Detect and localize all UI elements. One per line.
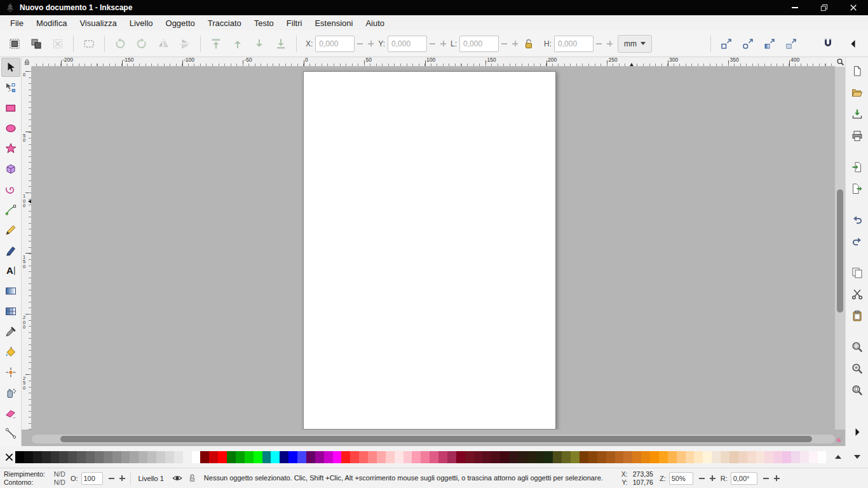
palette-swatch[interactable] [615,451,624,463]
tool-pen[interactable] [1,200,20,219]
palette-swatch[interactable] [288,451,297,463]
horizontal-ruler[interactable]: -200-150-100-50050100150200250300350400 [32,57,835,67]
palette-swatch[interactable] [668,451,677,463]
palette-swatch[interactable] [51,451,60,463]
vertical-ruler[interactable]: 05 01 0 01 5 02 0 02 5 0 [22,67,32,430]
palette-swatch[interactable] [156,451,165,463]
select-all-layers-button[interactable] [27,34,46,53]
rotation-input[interactable] [731,472,757,485]
palette-swatch[interactable] [121,451,130,463]
palette-swatch[interactable] [509,451,518,463]
palette-swatch[interactable] [209,451,218,463]
print-button[interactable] [848,127,866,145]
palette-swatch[interactable] [553,451,562,463]
palette-swatch[interactable] [641,451,650,463]
zoom-drawing-button[interactable] [848,360,866,377]
layer-selector[interactable]: Livello 1 [136,473,166,484]
palette-swatch[interactable] [580,451,588,463]
height-input[interactable] [554,36,593,52]
palette-swatch[interactable] [59,451,68,463]
palette-swatch[interactable] [482,451,491,463]
palette-swatch[interactable] [694,451,703,463]
width-input[interactable] [459,36,499,52]
fill-stroke-indicator[interactable]: Riempimento: N/D Contorno: N/D [4,470,65,487]
tool-spiral[interactable] [1,180,20,199]
palette-swatch[interactable] [24,451,33,463]
tool-connector[interactable] [1,424,20,443]
snap-toggle[interactable] [818,34,837,53]
palette-swatch[interactable] [395,451,403,463]
palette-swatch[interactable] [465,451,474,463]
vertical-scrollbar[interactable] [835,67,845,430]
tool-paint-bucket[interactable] [1,342,20,362]
palette-swatch[interactable] [650,451,659,463]
scale-corners-toggle[interactable] [738,34,757,53]
palette-swatch[interactable] [262,451,271,463]
lower-button[interactable] [250,34,269,53]
palette-swatch[interactable] [703,451,712,463]
menu-item-modifica[interactable]: Modifica [30,17,73,30]
tool-gradient[interactable] [1,281,20,301]
tool-node-editor[interactable] [1,78,20,97]
palette-swatch[interactable] [183,451,192,463]
palette-swatch[interactable] [315,451,324,463]
menu-item-testo[interactable]: Testo [248,17,280,30]
select-all-button[interactable] [5,34,24,53]
zoom-input[interactable] [669,472,693,485]
palette-swatch[interactable] [15,451,24,463]
palette-swatch[interactable] [659,451,668,463]
palette-swatch[interactable] [324,451,333,463]
palette-swatch[interactable] [800,451,809,463]
deselect-button[interactable] [48,34,67,53]
palette-swatch[interactable] [86,451,95,463]
palette-swatch[interactable] [350,451,359,463]
document-page[interactable] [303,71,556,430]
tool-rectangle[interactable] [1,98,20,118]
menu-item-oggetto[interactable]: Oggetto [159,17,201,30]
flip-horizontal-button[interactable] [154,34,173,53]
open-button[interactable] [848,84,866,102]
palette-swatch[interactable] [130,451,139,463]
palette-swatch[interactable] [764,451,773,463]
increment-icon[interactable] [774,475,780,481]
palette-swatch[interactable] [500,451,509,463]
palette-swatch[interactable] [738,451,747,463]
increment-icon[interactable] [368,41,374,46]
increment-icon[interactable] [119,475,125,481]
raise-to-top-button[interactable] [207,34,226,53]
duplicate-button[interactable] [848,264,866,281]
palette-swatch[interactable] [95,451,104,463]
maximize-button[interactable] [810,0,839,15]
palette-swatch[interactable] [747,451,756,463]
decrement-icon[interactable] [699,478,705,479]
export-button[interactable] [848,180,866,198]
palette-swatch[interactable] [200,451,209,463]
tool-eraser[interactable] [1,403,20,423]
close-button[interactable] [839,0,868,15]
decrement-icon[interactable] [501,43,507,44]
increment-icon[interactable] [710,475,715,481]
palette-swatch[interactable] [536,451,545,463]
move-gradients-toggle[interactable] [760,34,779,53]
paste-button[interactable] [848,307,866,325]
decrement-icon[interactable] [763,478,769,479]
raise-button[interactable] [228,34,247,53]
palette-swatch[interactable] [112,451,121,463]
palette-swatch[interactable] [165,451,174,463]
tool-tweak[interactable] [1,363,20,382]
decrement-icon[interactable] [596,43,602,44]
palette-swatch[interactable] [491,451,500,463]
palette-swatch[interactable] [403,451,412,463]
opacity-input[interactable] [81,472,103,485]
palette-swatch[interactable] [227,451,236,463]
tool-calligraphy[interactable] [1,241,20,260]
palette-swatch[interactable] [33,451,42,463]
rotate-cw-button[interactable] [132,34,151,53]
palette-swatch[interactable] [359,451,368,463]
y-input[interactable] [388,36,427,52]
canvas[interactable] [32,67,835,430]
palette-swatch[interactable] [386,451,395,463]
increment-icon[interactable] [607,41,613,46]
menu-item-aiuto[interactable]: Aiuto [359,17,391,30]
palette-swatch[interactable] [236,451,245,463]
